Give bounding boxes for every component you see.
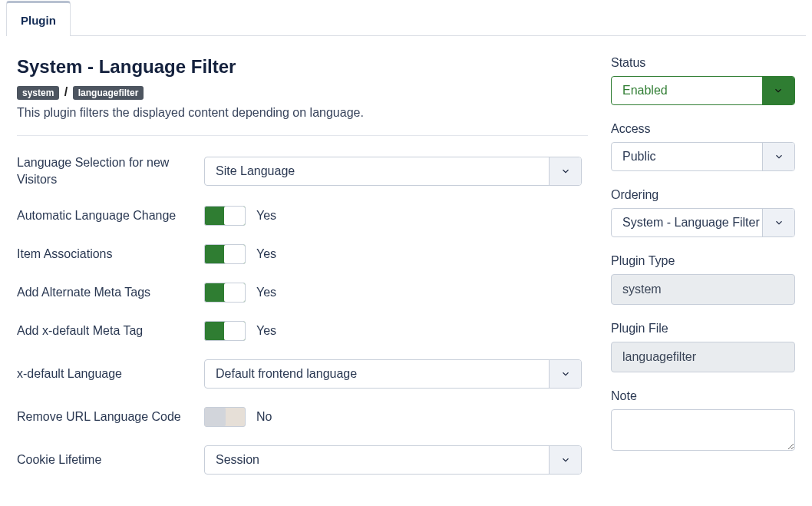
note-textarea[interactable] xyxy=(611,409,795,451)
tab-bar: Plugin xyxy=(6,0,806,36)
divider xyxy=(17,135,588,136)
select-lang-selection[interactable]: Site Language xyxy=(204,157,582,186)
chevron-down-icon xyxy=(762,209,794,236)
label-xdefault-meta: Add x-default Meta Tag xyxy=(17,322,204,339)
label-lang-selection: Language Selection for new Visitors xyxy=(17,154,204,187)
toggle-auto-change[interactable] xyxy=(204,206,246,226)
label-ordering: Ordering xyxy=(611,188,795,202)
label-cookie: Cookie Lifetime xyxy=(17,451,204,468)
chevron-down-icon xyxy=(762,143,794,170)
chip-folder: system xyxy=(17,86,59,100)
select-ordering[interactable]: System - Language Filter xyxy=(611,208,795,237)
chevron-down-icon xyxy=(549,360,581,388)
select-access-value: Public xyxy=(612,143,762,170)
toggle-remove-url-text: No xyxy=(256,410,272,424)
plugin-path: system / languagefilter xyxy=(17,85,588,100)
select-xdefault-lang[interactable]: Default frontend language xyxy=(204,359,582,389)
plugin-title: System - Language Filter xyxy=(17,56,588,78)
chevron-down-icon xyxy=(549,157,581,185)
toggle-item-assoc[interactable] xyxy=(204,244,246,264)
label-auto-change: Automatic Language Change xyxy=(17,207,204,224)
select-status[interactable]: Enabled xyxy=(611,76,795,105)
label-item-assoc: Item Associations xyxy=(17,246,204,263)
toggle-alt-meta[interactable] xyxy=(204,283,246,303)
field-plugin-type: system xyxy=(611,274,795,305)
label-status: Status xyxy=(611,56,795,70)
label-remove-url: Remove URL Language Code xyxy=(17,408,204,425)
toggle-item-assoc-text: Yes xyxy=(256,247,276,261)
chevron-down-icon xyxy=(549,446,581,474)
label-note: Note xyxy=(611,389,795,403)
label-alt-meta: Add Alternate Meta Tags xyxy=(17,284,204,301)
label-plugin-file: Plugin File xyxy=(611,322,795,336)
chevron-down-icon xyxy=(762,77,794,104)
plugin-description: This plugin filters the displayed conten… xyxy=(17,106,588,120)
label-xdefault-lang: x-default Language xyxy=(17,365,204,382)
chip-element: languagefilter xyxy=(73,86,144,100)
toggle-xdefault-meta[interactable] xyxy=(204,321,246,341)
select-status-value: Enabled xyxy=(612,77,762,104)
toggle-auto-change-text: Yes xyxy=(256,209,276,223)
path-separator: / xyxy=(64,85,68,98)
toggle-xdefault-meta-text: Yes xyxy=(256,324,276,338)
select-xdefault-lang-value: Default frontend language xyxy=(205,360,549,388)
select-access[interactable]: Public xyxy=(611,142,795,171)
toggle-remove-url[interactable] xyxy=(204,407,246,427)
select-cookie[interactable]: Session xyxy=(204,445,582,475)
toggle-alt-meta-text: Yes xyxy=(256,286,276,299)
select-lang-selection-value: Site Language xyxy=(205,157,549,185)
label-plugin-type: Plugin Type xyxy=(611,254,795,268)
field-plugin-file: languagefilter xyxy=(611,342,795,372)
select-ordering-value: System - Language Filter xyxy=(612,209,762,236)
label-access: Access xyxy=(611,122,795,136)
tab-plugin[interactable]: Plugin xyxy=(6,1,71,36)
select-cookie-value: Session xyxy=(205,446,549,474)
